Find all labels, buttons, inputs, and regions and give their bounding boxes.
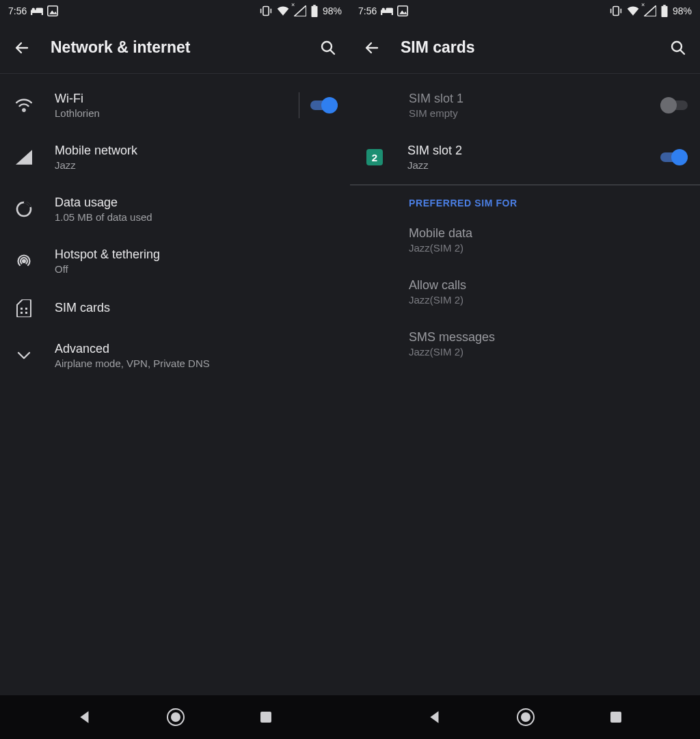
svg-rect-24 [398, 6, 407, 16]
search-button[interactable] [669, 38, 688, 57]
nav-recent[interactable] [609, 710, 623, 724]
svg-rect-21 [392, 13, 393, 15]
row-data-usage[interactable]: Data usage 1.05 MB of data used [0, 183, 350, 235]
hotspot-icon [15, 252, 33, 270]
sim2-sub: Jazz [407, 159, 648, 171]
svg-marker-35 [431, 711, 439, 723]
row-wifi-sub: Lothlorien [55, 107, 278, 119]
wifi-icon [15, 98, 33, 112]
sim2-toggle[interactable] [660, 149, 688, 165]
vibrate-icon [260, 5, 272, 16]
wifi-status-icon [276, 5, 290, 16]
svg-rect-16 [25, 308, 27, 310]
back-button[interactable] [362, 38, 381, 57]
wifi-status-icon [626, 5, 640, 16]
sim-icon [16, 299, 31, 317]
svg-rect-26 [613, 6, 619, 15]
pref-sms-title: SMS messages [409, 330, 688, 345]
app-bar: Network & internet [0, 22, 350, 74]
svg-point-14 [22, 259, 26, 263]
pref-mobile-sub: Jazz(SIM 2) [409, 242, 688, 254]
sim-list: SIM slot 1 SIM empty 2 SIM slot 2 Jazz P [350, 74, 700, 370]
wifi-toggle[interactable] [310, 97, 338, 113]
svg-marker-12 [16, 150, 32, 165]
signal-status-icon [644, 5, 656, 16]
svg-rect-17 [21, 312, 23, 314]
pref-mobile-title: Mobile data [409, 226, 688, 241]
svg-marker-25 [399, 10, 407, 14]
pref-sms-sub: Jazz(SIM 2) [409, 346, 688, 358]
signal-status-icon [294, 5, 306, 16]
svg-point-33 [171, 712, 180, 722]
row-pref-sms[interactable]: SMS messages Jazz(SIM 2) [350, 318, 700, 370]
svg-rect-5 [48, 6, 57, 16]
row-wifi[interactable]: Wi-Fi Lothlorien [0, 79, 350, 131]
bed-icon [381, 6, 393, 16]
sim2-title: SIM slot 2 [407, 144, 648, 158]
vibrate-icon [610, 5, 622, 16]
row-mobile-network[interactable]: Mobile network Jazz [0, 131, 350, 183]
row-sim-cards[interactable]: SIM cards [0, 287, 350, 330]
nav-home[interactable] [515, 707, 536, 727]
row-sim-slot-2[interactable]: 2 SIM slot 2 Jazz [350, 131, 700, 183]
nav-recent[interactable] [259, 710, 273, 724]
pref-calls-title: Allow calls [409, 278, 688, 293]
svg-marker-6 [49, 10, 57, 14]
data-usage-icon [15, 200, 33, 218]
svg-rect-1 [31, 13, 32, 15]
divider [299, 92, 299, 118]
row-advanced-sub: Airplane mode, VPN, Private DNS [55, 358, 338, 369]
status-bar: 7:56 × 98% [350, 0, 700, 22]
row-hotspot[interactable]: Hotspot & tethering Off [0, 235, 350, 287]
row-mobile-sub: Jazz [55, 159, 338, 171]
row-sim-slot-1[interactable]: SIM slot 1 SIM empty [350, 79, 700, 131]
status-time: 7:56 [8, 5, 27, 16]
pane-sim-cards: 7:56 × 98% SIM cards [350, 0, 700, 695]
page-title: Network & internet [51, 38, 299, 57]
svg-point-22 [382, 8, 386, 12]
bed-icon [31, 6, 43, 16]
battery-status-icon [660, 5, 669, 17]
row-hotspot-title: Hotspot & tethering [55, 247, 338, 262]
row-pref-allow-calls[interactable]: Allow calls Jazz(SIM 2) [350, 266, 700, 318]
svg-point-37 [521, 712, 530, 722]
section-preferred-sim: PREFERRED SIM FOR [350, 185, 700, 214]
status-battery-pct: 98% [323, 5, 342, 16]
pane-network-internet: 7:56 × 98% Network & internet [0, 0, 350, 695]
svg-marker-8 [294, 5, 306, 16]
row-sim-title: SIM cards [55, 301, 338, 315]
svg-rect-2 [42, 13, 43, 15]
sim1-sub: SIM empty [409, 107, 640, 119]
pref-calls-sub: Jazz(SIM 2) [409, 294, 688, 306]
row-advanced[interactable]: Advanced Airplane mode, VPN, Private DNS [0, 330, 350, 381]
row-advanced-title: Advanced [55, 342, 338, 356]
back-button[interactable] [12, 38, 31, 57]
row-mobile-title: Mobile network [55, 144, 338, 158]
svg-rect-23 [386, 8, 394, 11]
nav-back[interactable] [77, 710, 92, 725]
svg-rect-18 [25, 312, 27, 314]
svg-rect-28 [663, 5, 666, 6]
settings-list: Wi-Fi Lothlorien Mobile network Jazz [0, 74, 350, 381]
system-nav-bar [0, 695, 700, 739]
app-bar: SIM cards [350, 22, 700, 74]
battery-status-icon [310, 5, 319, 17]
svg-rect-10 [311, 6, 317, 17]
svg-point-3 [32, 8, 36, 12]
nav-back[interactable] [427, 710, 442, 725]
svg-rect-34 [260, 712, 271, 723]
search-button[interactable] [319, 38, 338, 57]
status-battery-pct: 98% [673, 5, 692, 16]
row-pref-mobile-data[interactable]: Mobile data Jazz(SIM 2) [350, 214, 700, 266]
nav-home[interactable] [165, 707, 186, 727]
svg-rect-7 [263, 6, 269, 15]
row-data-title: Data usage [55, 196, 338, 210]
status-time: 7:56 [358, 5, 377, 16]
signal-icon [16, 150, 32, 165]
page-title: SIM cards [401, 38, 649, 57]
row-data-sub: 1.05 MB of data used [55, 211, 338, 223]
svg-marker-27 [644, 5, 656, 16]
row-wifi-title: Wi-Fi [55, 92, 278, 106]
sim1-toggle [660, 97, 688, 113]
svg-rect-38 [610, 712, 621, 723]
